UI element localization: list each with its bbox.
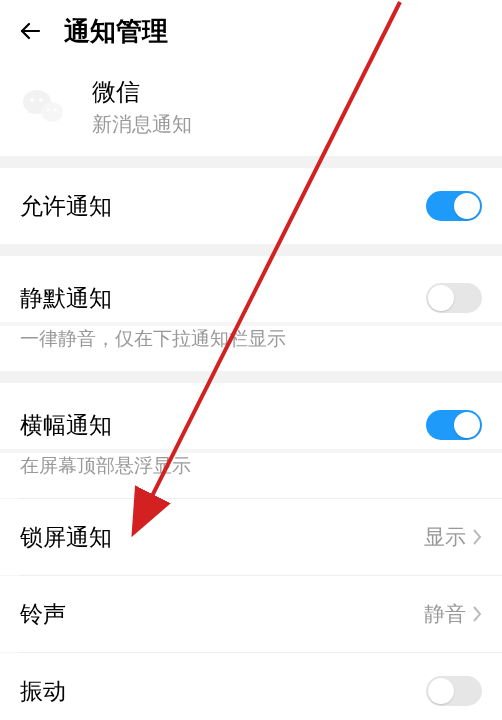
banner-notifications-toggle[interactable] xyxy=(426,410,482,440)
lockscreen-notifications-row[interactable]: 锁屏通知 显示 xyxy=(0,499,502,575)
svg-point-6 xyxy=(54,109,57,112)
allow-notifications-row[interactable]: 允许通知 xyxy=(0,168,502,244)
row-label: 静默通知 xyxy=(20,282,426,314)
ringtone-row[interactable]: 铃声 静音 xyxy=(0,576,502,652)
row-desc: 一律静音，仅在下拉通知栏显示 xyxy=(20,326,482,353)
app-name: 微信 xyxy=(92,76,192,108)
chevron-right-icon xyxy=(472,528,482,546)
row-label: 铃声 xyxy=(20,598,66,630)
vibrate-row[interactable]: 振动 xyxy=(0,653,502,720)
back-button[interactable] xyxy=(16,17,44,45)
silent-notifications-toggle[interactable] xyxy=(426,283,482,313)
app-subtitle: 新消息通知 xyxy=(92,111,192,138)
allow-notifications-toggle[interactable] xyxy=(426,191,482,221)
chevron-right-icon xyxy=(472,605,482,623)
svg-point-2 xyxy=(41,102,63,122)
silent-notifications-row[interactable]: 静默通知 xyxy=(0,256,502,322)
arrow-left-icon xyxy=(18,19,42,43)
row-label: 锁屏通知 xyxy=(20,521,112,553)
page-title: 通知管理 xyxy=(64,14,168,49)
row-value: 显示 xyxy=(424,523,466,551)
row-label: 振动 xyxy=(20,675,66,707)
row-label: 允许通知 xyxy=(20,190,112,222)
svg-point-3 xyxy=(30,98,34,102)
app-info-section: 微信 新消息通知 xyxy=(0,62,502,156)
vibrate-toggle[interactable] xyxy=(426,676,482,706)
svg-point-4 xyxy=(39,98,43,102)
row-label: 横幅通知 xyxy=(20,409,426,441)
wechat-icon xyxy=(20,83,68,131)
row-desc: 在屏幕顶部悬浮显示 xyxy=(20,453,482,480)
banner-notifications-row[interactable]: 横幅通知 xyxy=(0,383,502,449)
row-value: 静音 xyxy=(424,600,466,628)
svg-point-5 xyxy=(47,109,50,112)
